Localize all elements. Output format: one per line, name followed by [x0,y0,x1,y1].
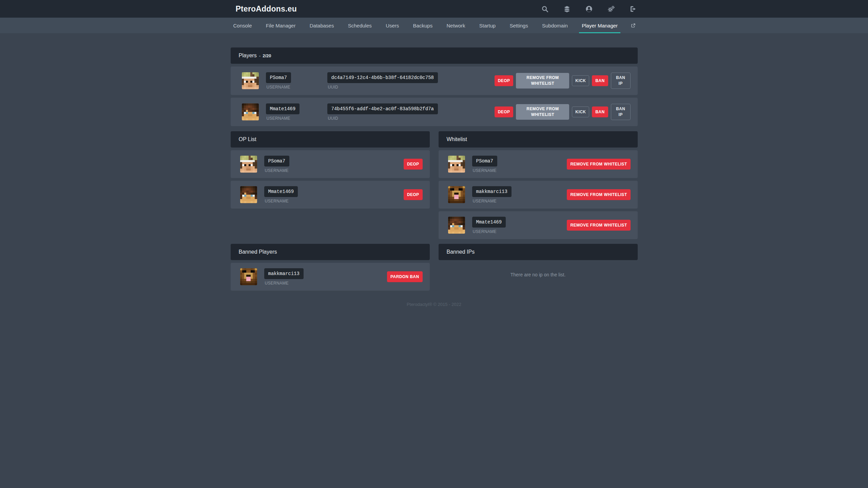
remove-from-whitelist-button[interactable]: REMOVE FROM WHITELIST [567,159,630,170]
username-value: Mmate1469 [472,217,506,228]
player-avatar [448,156,465,173]
players-count: 2/20 [263,53,271,58]
search-icon[interactable] [541,5,549,13]
uuid-field: 74b455f6-addf-4be2-ac0f-83a598b2fd7a UUI… [327,103,495,121]
op-row-mmate1469: Mmate1469 USERNAME DEOP [231,181,430,209]
remove-from-whitelist-button[interactable]: REMOVE FROM WHITELIST [516,73,569,89]
banned-players-section: Banned Players makkmarci13 USERNAME PARD… [231,244,430,291]
tab-player-manager[interactable]: Player Manager [579,18,620,33]
server-subnav: Console File Manager Databases Schedules… [0,18,868,33]
username-field: Mmate1469 USERNAME [266,103,327,121]
players-section-header: Players - 2/20 [231,47,638,64]
tab-file-manager[interactable]: File Manager [263,18,298,33]
player-actions: DEOP REMOVE FROM WHITELIST KICK BAN BAN … [495,73,631,89]
kick-button[interactable]: KICK [572,106,589,117]
username-label: USERNAME [265,199,289,203]
header-icons [541,5,637,13]
whitelist-title: Whitelist [447,136,467,142]
username-label: USERNAME [267,116,290,121]
username-field: PSoma7 USERNAME [266,72,327,90]
player-avatar [240,186,257,203]
banned-ips-title: Banned IPs [447,249,475,255]
pardon-ban-button[interactable]: PARDON BAN [387,271,422,282]
whitelist-header: Whitelist [439,131,638,148]
kick-button[interactable]: KICK [572,75,589,86]
uuid-value: dc4a7149-12c4-4b6b-b38f-64182dc0c758 [327,72,438,83]
top-header: PteroAddons.eu [0,0,868,18]
tab-databases[interactable]: Databases [307,18,337,33]
player-avatar [448,186,465,203]
deop-button[interactable]: DEOP [495,106,514,117]
player-avatar [242,72,259,89]
uuid-field: dc4a7149-12c4-4b6b-b38f-64182dc0c758 UUI… [327,72,495,90]
player-actions: DEOP REMOVE FROM WHITELIST KICK BAN BAN … [495,104,631,120]
external-link-icon[interactable] [629,18,637,33]
username-field: Mmate1469 USERNAME [472,217,506,234]
username-value: makkmarci13 [472,186,512,197]
remove-from-whitelist-button[interactable]: REMOVE FROM WHITELIST [567,189,630,200]
deop-button[interactable]: DEOP [404,189,423,200]
banned-ips-header: Banned IPs [439,244,638,260]
remove-from-whitelist-button[interactable]: REMOVE FROM WHITELIST [516,104,569,120]
deop-button[interactable]: DEOP [495,75,514,86]
banned-row-makkmarci13: makkmarci13 USERNAME PARDON BAN [231,263,430,291]
username-field: PSoma7 USERNAME [472,156,497,173]
username-field: makkmarci13 USERNAME [472,186,512,203]
player-manager-page: Players - 2/20 PSoma7 USERNAME dc4a7149-… [231,47,638,307]
remove-from-whitelist-button[interactable]: REMOVE FROM WHITELIST [567,220,630,231]
tab-network[interactable]: Network [444,18,468,33]
username-label: USERNAME [265,168,289,173]
whitelist-row-makkmarci13: makkmarci13 USERNAME REMOVE FROM WHITELI… [439,181,638,209]
sign-out-icon[interactable] [629,5,637,13]
player-avatar [448,217,465,234]
player-avatar [242,103,259,120]
username-value: Mmate1469 [264,186,298,197]
whitelist-row-mmate1469: Mmate1469 USERNAME REMOVE FROM WHITELIST [439,211,638,239]
tab-backups[interactable]: Backups [410,18,436,33]
tab-console[interactable]: Console [231,18,255,33]
whitelist-section: Whitelist PSoma7 USERNAME REMOVE FROM WH… [439,131,638,239]
account-icon[interactable] [585,5,593,13]
ban-button[interactable]: BAN [592,106,608,117]
tab-schedules[interactable]: Schedules [345,18,374,33]
admin-settings-cogs-icon[interactable] [607,5,615,13]
username-label: USERNAME [473,168,497,173]
whitelist-row-psoma7: PSoma7 USERNAME REMOVE FROM WHITELIST [439,150,638,178]
ban-button[interactable]: BAN [592,75,608,86]
username-value: makkmarci13 [264,268,304,279]
username-field: PSoma7 USERNAME [264,156,289,173]
username-label: USERNAME [473,199,497,203]
banned-players-header: Banned Players [231,244,430,260]
player-avatar [240,156,257,173]
username-label: USERNAME [473,229,497,234]
uuid-value: 74b455f6-addf-4be2-ac0f-83a598b2fd7a [327,103,438,114]
app-title[interactable]: PteroAddons.eu [236,4,297,14]
ban-ip-button[interactable]: BAN IP [611,73,631,89]
player-avatar [240,268,257,285]
username-value: PSoma7 [264,156,289,167]
players-title-separator: - [259,53,261,58]
tab-subdomain[interactable]: Subdomain [539,18,571,33]
banned-ips-empty-message: There are no ip on the list. [439,263,638,277]
tab-startup[interactable]: Startup [477,18,498,33]
banned-ips-section: Banned IPs There are no ip on the list. [439,244,638,277]
op-list-section: OP List PSoma7 USERNAME DEOP Mmate1469 U… [231,131,430,209]
tab-settings[interactable]: Settings [507,18,531,33]
username-value: Mmate1469 [266,103,300,114]
uuid-label: UUID [328,85,339,90]
username-value: PSoma7 [472,156,497,167]
server-layers-icon[interactable] [563,5,571,13]
username-label: USERNAME [267,85,290,90]
username-field: Mmate1469 USERNAME [264,186,298,203]
ban-ip-button[interactable]: BAN IP [611,104,631,120]
op-list-title: OP List [239,136,256,142]
player-row-psoma7: PSoma7 USERNAME dc4a7149-12c4-4b6b-b38f-… [231,66,638,95]
tab-users[interactable]: Users [383,18,402,33]
player-row-mmate1469: Mmate1469 USERNAME 74b455f6-addf-4be2-ac… [231,98,638,126]
deop-button[interactable]: DEOP [404,159,423,170]
players-title: Players [239,53,257,59]
op-row-psoma7: PSoma7 USERNAME DEOP [231,150,430,178]
username-field: makkmarci13 USERNAME [264,268,304,286]
uuid-label: UUID [328,116,339,121]
banned-players-title: Banned Players [239,249,277,255]
